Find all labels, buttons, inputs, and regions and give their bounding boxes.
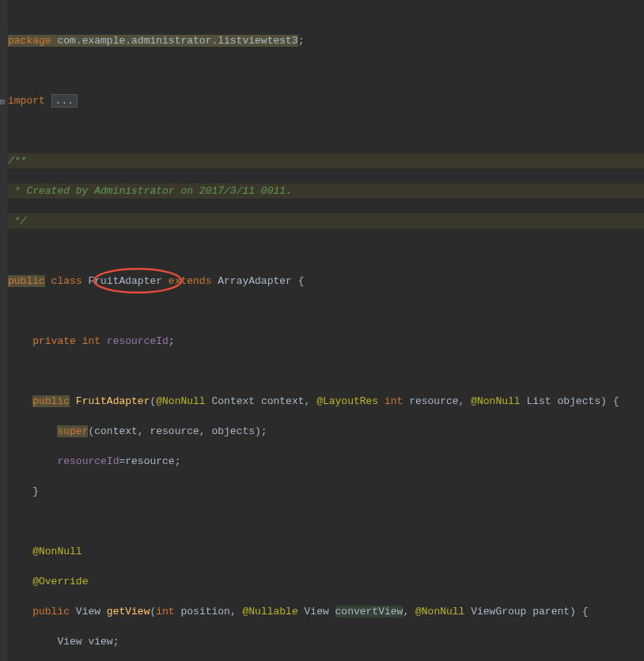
code-area[interactable]: package com.example.administrator.listvi… — [8, 0, 644, 661]
code-line[interactable]: public class FruitAdapter extends ArrayA… — [8, 274, 644, 289]
code-line[interactable]: * Created by Administrator on 2017/3/11 … — [8, 183, 644, 198]
code-line[interactable]: } — [8, 484, 644, 499]
code-line[interactable] — [8, 304, 644, 319]
expand-icon[interactable]: ⊞ — [0, 95, 5, 110]
code-line[interactable]: @Override — [8, 574, 644, 589]
code-line[interactable]: private int resourceId; — [8, 334, 644, 349]
code-line[interactable] — [8, 514, 644, 529]
code-editor[interactable]: package com.example.administrator.listvi… — [0, 0, 644, 661]
code-line[interactable] — [8, 364, 644, 379]
code-line[interactable]: super(context, resource, objects); — [8, 424, 644, 439]
code-line[interactable] — [8, 123, 644, 138]
code-line[interactable]: public View getView(int position, @Nulla… — [8, 604, 644, 619]
code-line[interactable]: public FruitAdapter(@NonNull Context con… — [8, 394, 644, 409]
folded-imports[interactable]: ... — [51, 94, 78, 108]
code-line[interactable]: /** — [8, 153, 644, 168]
code-line[interactable]: ⊞import ... — [8, 93, 644, 108]
code-line[interactable]: View view; — [8, 634, 644, 649]
code-line[interactable]: */ — [8, 213, 644, 229]
code-line[interactable]: resourceId=resource; — [8, 454, 644, 469]
code-line[interactable] — [8, 63, 644, 78]
code-line[interactable]: package com.example.administrator.listvi… — [8, 33, 644, 48]
code-line[interactable] — [8, 244, 644, 259]
code-line[interactable]: @NonNull — [8, 544, 644, 559]
